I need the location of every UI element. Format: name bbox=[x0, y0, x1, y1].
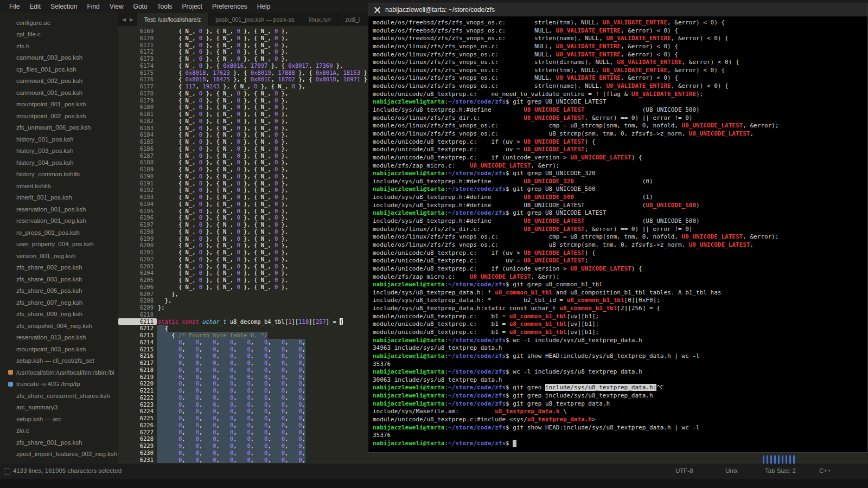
sidebar-item[interactable]: canmount_003_pos.ksh bbox=[0, 52, 118, 64]
terminal-text: 34963 include/sys/u8_textprep_data.h bbox=[373, 344, 502, 351]
editor-line[interactable]: 6231 0, 0, 0, 0, 0, 0, 0, 0, bbox=[118, 457, 868, 464]
sidebar-item[interactable]: zpl_file.c bbox=[0, 29, 118, 41]
menu-goto[interactable]: Goto bbox=[129, 3, 152, 10]
terminal-text: $ bbox=[506, 384, 513, 391]
sidebar-item[interactable]: zfs_unmount_006_pos.ksh bbox=[0, 122, 118, 134]
code-text: { bbox=[157, 325, 168, 332]
terminal-text: module/unicode/u8_textprep.c: if (uv > bbox=[373, 249, 524, 256]
terminal-text: [0][0xF0]; bbox=[624, 297, 660, 304]
terminal-line: 34963 include/sys/u8_textprep_data.h bbox=[373, 344, 863, 352]
terminal-text: module/unicode/u8_textprep.c: if (unicod… bbox=[373, 154, 570, 161]
terminal-line: module/unicode/u8_textprep.c: uv = U8_UN… bbox=[373, 257, 863, 265]
menu-preferences[interactable]: Preferences bbox=[207, 3, 252, 10]
sidebar-item[interactable]: zfs_share_concurrent_shares.ksh bbox=[0, 390, 118, 402]
sidebar-item[interactable]: setup.ksh — arc bbox=[0, 413, 118, 425]
code-text: 0, 0, 0, 0, 0, 0, 0, 0, bbox=[157, 401, 305, 408]
terminal-line: module/os/linux/zfs/zfs_vnops_os.c: NULL… bbox=[373, 74, 863, 82]
sidebar-item[interactable]: history_common.kshlib bbox=[0, 169, 118, 181]
next-tab-button[interactable]: ▶ bbox=[130, 17, 133, 22]
sidebar-item[interactable]: history_004_pos.ksh bbox=[0, 157, 118, 169]
status-tab-size[interactable]: Tab Size: 2 bbox=[765, 467, 796, 474]
sidebar-item[interactable]: setup.ksh — cli_root/zfs_set bbox=[0, 355, 118, 367]
sidebar-item[interactable]: history_001_pos.ksh bbox=[0, 133, 118, 145]
menu-find[interactable]: Find bbox=[82, 3, 104, 10]
terminal-text: , &err); bbox=[531, 162, 559, 169]
terminal-line: include/sys/u8_textprep.h:#define U8_UNI… bbox=[373, 202, 863, 210]
status-mode-icon[interactable] bbox=[4, 468, 10, 475]
code-text: 0, 0, 0, 0, 0, 0, 0, 0, bbox=[157, 346, 305, 353]
menu-edit[interactable]: Edit bbox=[24, 3, 46, 10]
sidebar-item[interactable]: zfs.h bbox=[0, 40, 118, 52]
status-encoding[interactable]: UTF-8 bbox=[675, 467, 693, 474]
terminal-text: module/os/linux/zfs/zfs_vnops_os.c: NULL… bbox=[373, 74, 556, 81]
terminal-text: u8_textprep_data.h bbox=[527, 416, 592, 423]
sidebar-file-list[interactable]: configure.aczpl_file.czfs.hcanmount_003_… bbox=[0, 13, 118, 464]
menu-project[interactable]: Project bbox=[177, 3, 207, 10]
terminal-text: ) { bbox=[631, 154, 642, 161]
sidebar-item[interactable]: zfs_share_002_pos.ksh bbox=[0, 262, 118, 274]
terminal-text: ^C bbox=[656, 384, 663, 391]
editor-tab[interactable]: Test: /usr/local/share/z bbox=[137, 13, 208, 26]
editor-tab[interactable]: linux.run bbox=[302, 13, 339, 26]
sidebar-item[interactable]: configure.ac bbox=[0, 17, 118, 29]
terminal-body[interactable]: module/os/freebsd/zfs/zfs_vnops_os.c: st… bbox=[368, 17, 867, 448]
line-number: 6219 bbox=[118, 374, 157, 381]
sidebar-item[interactable]: mountpoint_002_pos.ksh bbox=[0, 110, 118, 122]
sidebar-item[interactable]: inherit_001_pos.ksh bbox=[0, 192, 118, 204]
status-syntax[interactable]: C++ bbox=[819, 467, 831, 474]
sidebar-item-label: reservation_001_neg.ksh bbox=[16, 217, 86, 224]
status-line-endings[interactable]: Unix bbox=[725, 467, 738, 474]
code-text: { N_, 0 }, { N_, 0 }, { N_, 0 }, bbox=[157, 263, 288, 270]
sidebar-item[interactable]: inherit.kshlib bbox=[0, 180, 118, 192]
sidebar-item[interactable]: ro_props_001_pos.ksh bbox=[0, 227, 118, 239]
terminal-text: ~/store/code/zfs bbox=[448, 400, 506, 407]
sidebar-item[interactable]: zfs_snapshot_004_neg.ksh bbox=[0, 320, 118, 332]
terminal-text: 30063 include/sys/u8_textprep_data.h bbox=[373, 376, 502, 383]
terminal-text: ) bbox=[696, 202, 700, 209]
sidebar-item[interactable]: zfs_share_001_pos.ksh bbox=[0, 436, 118, 448]
menu-help[interactable]: Help bbox=[252, 3, 276, 10]
sidebar-item[interactable]: reservation_001_neg.ksh bbox=[0, 215, 118, 227]
menu-view[interactable]: View bbox=[105, 3, 129, 10]
sidebar-item[interactable]: reservation_001_pos.ksh bbox=[0, 203, 118, 215]
sidebar-item[interactable]: truncate -s 40G /tmp/tp bbox=[0, 378, 118, 390]
menu-tools[interactable]: Tools bbox=[152, 3, 177, 10]
sidebar-item[interactable]: history_003_pos.ksh bbox=[0, 145, 118, 157]
terminal-text: (1) bbox=[574, 194, 653, 201]
line-number: 6194 bbox=[118, 201, 157, 208]
sidebar-item[interactable]: arc_summary3 bbox=[0, 402, 118, 414]
sidebar-item[interactable]: mountpoint_003_pos.ksh bbox=[0, 343, 118, 355]
editor-tab[interactable]: zutil_i bbox=[338, 13, 367, 26]
sidebar-item[interactable]: canmount_002_pos.ksh bbox=[0, 75, 118, 87]
sidebar-item[interactable]: cp_files_001_pos.ksh bbox=[0, 63, 118, 75]
terminal-text: 35376 bbox=[373, 432, 391, 439]
terminal-line: include/sys/u8_textprep.h:#define U8_UNI… bbox=[373, 106, 863, 114]
sidebar-item[interactable]: zfs_share_007_neg.ksh bbox=[0, 297, 118, 309]
sidebar-item[interactable]: user_property_004_pos.ksh bbox=[0, 239, 118, 251]
line-number: 6187 bbox=[118, 152, 157, 159]
menu-selection[interactable]: Selection bbox=[46, 3, 82, 10]
tab-scroll-arrows: ◀ ▶ bbox=[118, 13, 137, 26]
terminal-line: nabijaczleweli@tarta:~/store/code/zfs$ w… bbox=[373, 368, 863, 376]
editor-tab[interactable]: posix_001_pos.ksh — posix-sa bbox=[208, 13, 302, 26]
sidebar-item-label: zpool_import_features_002_neg.ksh bbox=[16, 451, 117, 457]
sidebar-item[interactable]: reservation_013_pos.ksh bbox=[0, 332, 118, 344]
sidebar-item-label: setup.ksh — arc bbox=[16, 416, 61, 422]
line-number: 6222 bbox=[118, 394, 157, 401]
sidebar-item[interactable]: zfs_share_009_neg.ksh bbox=[0, 309, 118, 320]
line-number: 6189 bbox=[118, 166, 157, 173]
menu-file[interactable]: File bbox=[4, 3, 24, 10]
sidebar-item[interactable]: mountpoint_001_pos.ksh bbox=[0, 99, 118, 111]
line-number: 6224 bbox=[118, 408, 157, 415]
sidebar-item[interactable]: version_001_neg.ksh bbox=[0, 250, 118, 262]
sidebar-item[interactable]: canmount_001_pos.ksh bbox=[0, 87, 118, 99]
terminal-line: include/sys/u8_textprep_data.h:static co… bbox=[373, 305, 863, 313]
terminal-titlebar[interactable]: nabijaczleweli@tarta: ~/store/code/zfs bbox=[368, 3, 867, 17]
sidebar-item[interactable]: zpool_import_features_002_neg.ksh bbox=[0, 448, 118, 460]
sidebar-item[interactable]: /usr/local/sbin:/usr/local/bin:/sbin:/bi bbox=[0, 367, 118, 378]
prev-tab-button[interactable]: ◀ bbox=[122, 17, 126, 22]
sidebar-item[interactable]: zfs_share_003_pos.ksh bbox=[0, 273, 118, 285]
code-text: 0, 0, 0, 0, 0, 0, 0, 0, bbox=[157, 457, 305, 464]
sidebar-item[interactable]: zfs_share_005_pos.ksh bbox=[0, 285, 118, 297]
sidebar-item[interactable]: zio.c bbox=[0, 425, 118, 437]
